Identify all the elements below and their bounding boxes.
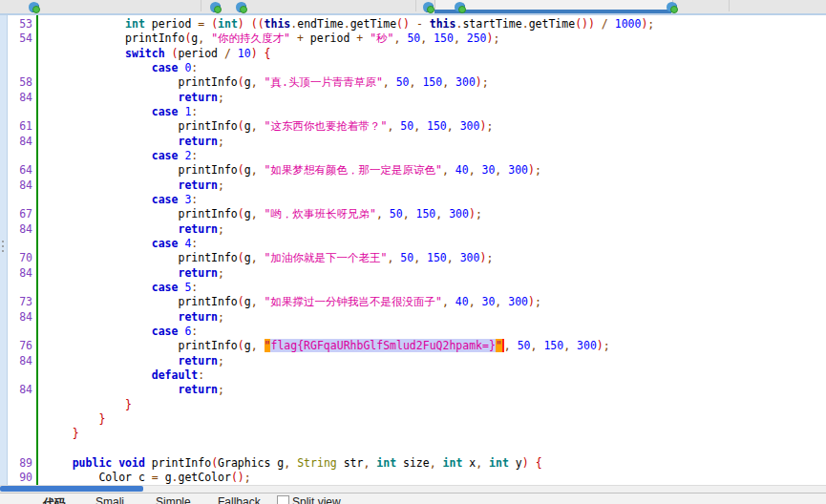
- line-number-gutter: 53545884618464846784708473847684848990: [8, 15, 36, 493]
- tab-separator: [415, 0, 416, 11]
- code-line: return;: [46, 354, 826, 368]
- code-line: return;: [46, 222, 826, 237]
- code-line: case 2:: [46, 149, 826, 163]
- code-line: }: [46, 412, 826, 427]
- line-number: 90: [8, 471, 32, 485]
- line-number: 54: [8, 32, 32, 46]
- flag-string-highlight[interactable]: flag{RGFqaURhbGlfSmlud2FuQ2hpamk=}: [270, 339, 495, 352]
- line-number: 58: [8, 75, 32, 90]
- line-number: 84: [8, 91, 32, 105]
- code-line: case 1:: [46, 105, 826, 119]
- line-number: 61: [8, 119, 32, 134]
- line-number: 64: [8, 163, 32, 178]
- line-number: 84: [8, 354, 32, 368]
- line-number: [8, 61, 32, 75]
- code-line: printInfo(g, "哟，炊事班长呀兄弟", 50, 150, 300);: [46, 207, 826, 221]
- code-line: [46, 442, 826, 456]
- line-number: 84: [8, 135, 32, 149]
- line-number: [8, 281, 32, 295]
- line-number: 89: [8, 456, 32, 471]
- scrollbar-thumb[interactable]: [0, 486, 143, 492]
- line-number: [8, 193, 32, 207]
- line-number: [8, 412, 32, 427]
- code-editor[interactable]: int period = (int) ((this.endTime.getTim…: [38, 15, 826, 493]
- line-number: 84: [8, 383, 32, 397]
- code-line: printInfo(g, "真.头顶一片青青草原", 50, 150, 300)…: [46, 75, 826, 90]
- code-line: return;: [46, 135, 826, 149]
- class-icon-icon[interactable]: [236, 2, 246, 12]
- line-number: [8, 398, 32, 412]
- code-line: printInfo(g, "flag{RGFqaURhbGlfSmlud2FuQ…: [46, 339, 826, 353]
- tab-separator: [201, 0, 201, 11]
- code-line: printInfo(g, "如果撑过一分钟我岂不是很没面子", 40, 30, …: [46, 295, 826, 309]
- code-line: case 4:: [46, 237, 826, 251]
- line-number: [8, 105, 32, 119]
- line-number: 67: [8, 207, 32, 221]
- code-line: return;: [46, 178, 826, 193]
- line-number: 84: [8, 266, 32, 281]
- class-icon-icon[interactable]: [667, 2, 677, 12]
- code-line: case 6:: [46, 325, 826, 339]
- code-line: }: [46, 398, 826, 412]
- tab-selected-underline: [434, 10, 671, 13]
- class-icon-icon[interactable]: [210, 2, 221, 12]
- line-number: [8, 325, 32, 339]
- line-number: [8, 442, 32, 456]
- code-line: }: [46, 427, 826, 441]
- code-line: public void printInfo(Graphics g, String…: [46, 456, 826, 471]
- line-number: [8, 427, 32, 441]
- line-number: 73: [8, 295, 32, 309]
- line-number: 70: [8, 251, 32, 265]
- code-line: case 5:: [46, 281, 826, 295]
- line-number: [8, 368, 32, 383]
- code-line: printInfo(g, "你的持久度才" + period + "秒", 50…: [46, 32, 826, 46]
- split-view-label: Split view: [292, 495, 341, 504]
- tab-bar[interactable]: [0, 0, 826, 15]
- line-number: 84: [8, 222, 32, 237]
- code-line: default:: [46, 368, 826, 383]
- line-number: 53: [8, 17, 32, 32]
- line-number: 76: [8, 339, 32, 353]
- class-icon-icon[interactable]: [29, 2, 39, 12]
- code-line: return;: [46, 310, 826, 325]
- code-line: int period = (int) ((this.endTime.getTim…: [46, 17, 826, 32]
- view-tab-smali[interactable]: Smali: [95, 495, 124, 504]
- code-line: return;: [46, 266, 826, 281]
- view-tab-fallback[interactable]: Fallback: [218, 495, 261, 504]
- code-line: case 3:: [46, 193, 826, 207]
- line-number: [8, 47, 32, 61]
- split-view-checkbox[interactable]: [277, 495, 289, 504]
- code-line: switch (period / 10) {: [46, 47, 826, 61]
- class-icon-icon[interactable]: [423, 2, 434, 12]
- splitter-grip-icon[interactable]: [2, 241, 4, 252]
- class-icon-icon[interactable]: [455, 2, 465, 12]
- view-tab-simple[interactable]: Simple: [156, 495, 191, 504]
- split-handle[interactable]: [0, 15, 8, 493]
- line-number: 84: [8, 178, 32, 193]
- code-line: case 0:: [46, 61, 826, 75]
- editor-area: 53545884618464846784708473847684848990 i…: [0, 15, 826, 493]
- code-line: return;: [46, 383, 826, 397]
- jadx-window: 53545884618464846784708473847684848990 i…: [0, 0, 826, 504]
- view-tab-code[interactable]: 代码: [43, 495, 66, 504]
- code-line: printInfo(g, "这东西你也要抢着带？", 50, 150, 300)…: [46, 119, 826, 134]
- code-line: Color c = g.getColor();: [46, 471, 826, 485]
- code-line: printInfo(g, "如果梦想有颜色，那一定是原谅色", 40, 30, …: [46, 163, 826, 178]
- search-match-quote: ": [496, 339, 504, 352]
- code-line: return;: [46, 91, 826, 105]
- bottom-bar: 代码SmaliSimpleFallback Split view: [0, 493, 826, 504]
- tab-separator: [729, 0, 730, 11]
- horizontal-scrollbar[interactable]: [0, 485, 826, 493]
- line-number: [8, 237, 32, 251]
- code-line: printInfo(g, "加油你就是下一个老王", 50, 150, 300)…: [46, 251, 826, 265]
- line-number: [8, 149, 32, 163]
- line-number: 84: [8, 310, 32, 325]
